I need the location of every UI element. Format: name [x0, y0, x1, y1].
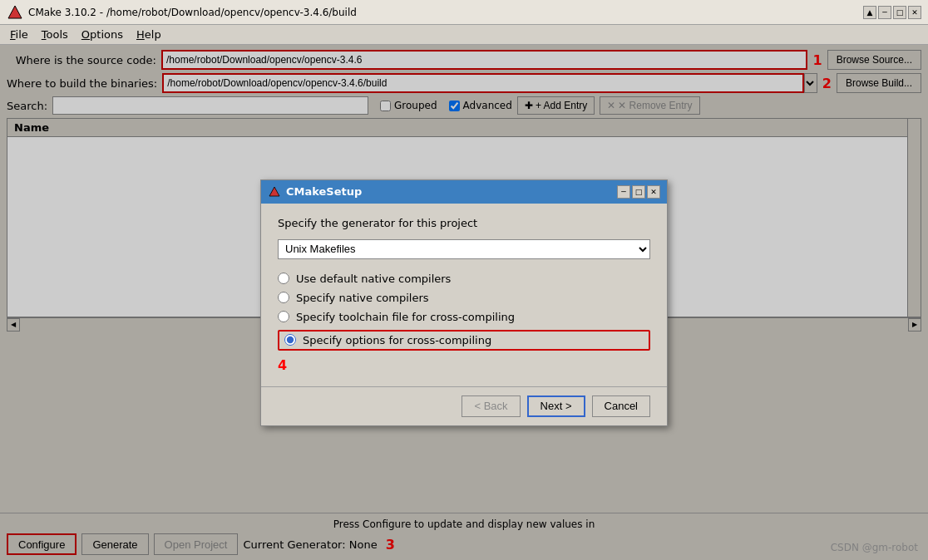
titlebar-close-btn[interactable]: ✕: [908, 6, 921, 19]
menu-help[interactable]: Help: [130, 27, 168, 42]
radio-toolchain[interactable]: [278, 311, 289, 322]
modal-title: CMakeSetup: [286, 185, 362, 198]
modal-titlebar: CMakeSetup ─ □ ✕: [261, 180, 667, 204]
cmake-modal-logo-icon: [268, 185, 281, 199]
modal-title-left: CMakeSetup: [268, 185, 362, 199]
modal-select-row: Unix Makefiles Ninja Eclipse CDT4 - Unix…: [278, 239, 650, 259]
menu-tools[interactable]: Tools: [35, 27, 75, 42]
radio-default-native-label: Use default native compilers: [296, 273, 451, 285]
cmake-logo-icon: [7, 4, 23, 21]
radio-item-2: Specify native compilers: [278, 292, 650, 304]
radio-item-4: Specify options for cross-compiling: [278, 330, 650, 351]
menu-file[interactable]: File: [3, 27, 35, 42]
modal-back-btn[interactable]: < Back: [462, 395, 520, 417]
titlebar: CMake 3.10.2 - /home/robot/Download/open…: [0, 0, 928, 25]
radio-toolchain-label: Specify toolchain file for cross-compili…: [296, 311, 515, 323]
modal-minimize-btn[interactable]: ─: [617, 185, 630, 199]
titlebar-title: CMake 3.10.2 - /home/robot/Download/open…: [28, 7, 357, 18]
menu-options[interactable]: Options: [75, 27, 130, 42]
modal-controls: ─ □ ✕: [617, 185, 660, 199]
cmake-setup-dialog: CMakeSetup ─ □ ✕ Specify the generator f…: [260, 179, 668, 426]
titlebar-up-btn[interactable]: ▲: [863, 6, 876, 19]
modal-footer: < Back Next > Cancel: [261, 386, 667, 425]
radio-specify-native-label: Specify native compilers: [296, 292, 429, 304]
generator-select[interactable]: Unix Makefiles Ninja Eclipse CDT4 - Unix…: [278, 239, 650, 259]
modal-radio-group: Use default native compilers Specify nat…: [278, 273, 650, 351]
radio-item-1: Use default native compilers: [278, 273, 650, 285]
main-content: Where is the source code: 1 Browse Sourc…: [0, 45, 928, 560]
svg-marker-2: [269, 187, 279, 196]
radio-default-native[interactable]: [278, 273, 289, 284]
radio-cross-options-label: Specify options for cross-compiling: [303, 334, 491, 346]
radio-item-3: Specify toolchain file for cross-compili…: [278, 311, 650, 323]
modal-maximize-btn[interactable]: □: [632, 185, 645, 199]
titlebar-minimize-btn[interactable]: ─: [878, 6, 891, 19]
radio-cross-options[interactable]: [284, 334, 296, 346]
titlebar-maximize-btn[interactable]: □: [893, 6, 906, 19]
modal-body: Specify the generator for this project U…: [261, 204, 667, 386]
titlebar-controls: ▲ ─ □ ✕: [863, 6, 921, 19]
modal-desc: Specify the generator for this project: [278, 217, 650, 229]
titlebar-left: CMake 3.10.2 - /home/robot/Download/open…: [7, 4, 357, 21]
modal-next-btn[interactable]: Next >: [527, 395, 585, 417]
modal-close-btn[interactable]: ✕: [647, 185, 660, 199]
modal-overlay: CMakeSetup ─ □ ✕ Specify the generator f…: [0, 45, 928, 560]
modal-cancel-btn[interactable]: Cancel: [592, 395, 650, 417]
radio-specify-native[interactable]: [278, 292, 289, 303]
modal-badge: 4: [278, 357, 650, 373]
menubar: File Tools Options Help: [0, 25, 928, 45]
